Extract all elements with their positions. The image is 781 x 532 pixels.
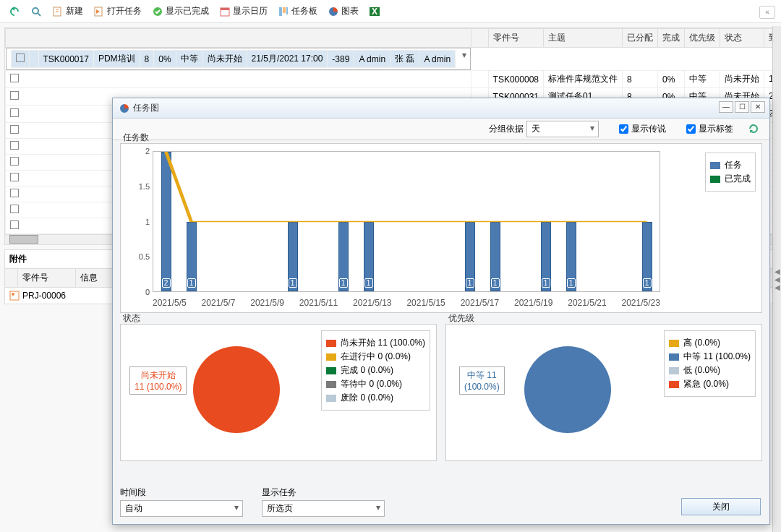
minimize-button[interactable]: — xyxy=(719,101,733,113)
project-icon xyxy=(9,291,20,301)
main-toolbar: 新建 打开任务 显示已完成 显示日历 任务板 图表 X xyxy=(0,0,781,23)
grid-header[interactable] xyxy=(6,29,471,48)
group-by-select[interactable]: 天 xyxy=(526,121,599,137)
legend-item: 尚未开始 11 (100.0%) xyxy=(326,337,425,349)
svg-rect-12 xyxy=(10,291,19,300)
legend-item: 紧急 (0.0%) xyxy=(669,378,751,390)
priority-pie xyxy=(524,346,611,433)
legend-item: 等待中 0 (0.0%) xyxy=(326,378,425,390)
svg-point-13 xyxy=(12,293,14,296)
dialog-bottom-bar: 时间段 自动 显示任务 所选页 xyxy=(120,479,762,517)
grid-header[interactable]: 完成 xyxy=(657,29,684,48)
row-checkbox[interactable] xyxy=(10,91,19,100)
status-title: 状态 xyxy=(123,312,140,325)
open-task-button[interactable]: 打开任务 xyxy=(90,4,145,19)
collapse-button[interactable]: « xyxy=(759,6,775,19)
row-checkbox[interactable] xyxy=(10,173,19,181)
status-callout: 尚未开始11 (100.0%) xyxy=(129,366,187,395)
grid-header[interactable]: 零件号 xyxy=(488,29,543,48)
row-checkbox[interactable] xyxy=(10,74,19,82)
dialog-title-text: 任务图 xyxy=(133,102,159,114)
row-checkbox[interactable] xyxy=(10,189,19,197)
close-button[interactable]: 关闭 xyxy=(681,498,761,515)
row-checkbox[interactable] xyxy=(16,53,25,62)
right-collapsed-strip[interactable]: ◀◀◀ xyxy=(772,26,781,532)
show-label-checkbox[interactable]: 显示标签 xyxy=(686,123,733,135)
close-x-button[interactable]: ✕ xyxy=(751,101,765,113)
svg-line-1 xyxy=(38,13,40,16)
grid-header[interactable]: 已分配 xyxy=(622,29,657,48)
grid-header[interactable]: 主题 xyxy=(543,29,622,48)
maximize-button[interactable]: ☐ xyxy=(735,101,749,113)
row-checkbox[interactable] xyxy=(10,108,19,117)
row-checkbox[interactable] xyxy=(10,205,19,213)
row-checkbox[interactable] xyxy=(10,157,19,166)
show-tasks-field: 显示任务 所选页 xyxy=(262,486,385,517)
undo-icon[interactable] xyxy=(6,4,23,19)
new-button[interactable]: 新建 xyxy=(49,4,86,19)
legend-item: 废除 0 (0.0%) xyxy=(326,392,425,404)
dialog-icon xyxy=(119,103,130,114)
refresh-icon[interactable] xyxy=(748,123,759,134)
period-select[interactable]: 自动 xyxy=(120,500,243,517)
legend-item: 中等 11 (100.0%) xyxy=(669,351,751,363)
dialog-options-bar: 分组依据 天 显示传说 显示标签 xyxy=(113,119,769,140)
svg-text:X: X xyxy=(372,7,377,17)
grid-header[interactable]: 优先级 xyxy=(684,29,720,48)
status-legend: 尚未开始 11 (100.0%)在进行中 0 (0.0%)完成 0 (0.0%)… xyxy=(321,330,430,411)
priority-title: 优先级 xyxy=(448,312,474,325)
grid-header[interactable] xyxy=(471,29,488,48)
svg-rect-6 xyxy=(221,8,229,10)
table-row[interactable]: TSK000017PDM培训80%中等尚未开始21/5月/2021 17:00-… xyxy=(6,48,471,70)
row-checkbox[interactable] xyxy=(10,125,19,134)
show-legend-checkbox[interactable]: 显示传说 xyxy=(619,123,666,135)
chart-button[interactable]: 图表 xyxy=(325,4,362,19)
show-calendar-button[interactable]: 显示日历 xyxy=(216,4,270,19)
svg-rect-8 xyxy=(283,7,286,13)
task-board-button[interactable]: 任务板 xyxy=(275,4,320,19)
attachment-partno: PRJ-00006 xyxy=(22,291,66,301)
svg-rect-7 xyxy=(279,7,282,16)
excel-icon[interactable]: X xyxy=(366,4,383,19)
priority-pie-panel: 中等 11(100.0%) 高 (0.0%)中等 11 (100.0%)低 (0… xyxy=(445,324,762,461)
bar-chart-panel: 00.511.5221111111112021/5/52021/5/72021/… xyxy=(120,143,762,313)
svg-point-0 xyxy=(33,8,38,14)
period-field: 时间段 自动 xyxy=(120,486,243,517)
grid-header[interactable]: 状态 xyxy=(720,29,764,48)
status-pie-panel: 尚未开始11 (100.0%) 尚未开始 11 (100.0%)在进行中 0 (… xyxy=(120,324,437,461)
show-completed-button[interactable]: 显示已完成 xyxy=(149,4,212,19)
legend-item: 低 (0.0%) xyxy=(669,364,751,377)
priority-callout: 中等 11(100.0%) xyxy=(459,366,505,395)
row-checkbox[interactable] xyxy=(10,141,19,150)
legend-item: 高 (0.0%) xyxy=(669,337,751,349)
show-tasks-select[interactable]: 所选页 xyxy=(262,500,385,517)
svg-rect-9 xyxy=(286,7,288,14)
bar-legend: 任务已完成 xyxy=(705,153,756,192)
row-checkbox[interactable] xyxy=(10,220,19,229)
table-row[interactable]: TSK000008标准件库规范文件80%中等尚未开始13/5月/2021 17:… xyxy=(6,71,782,88)
search-icon[interactable] xyxy=(27,4,45,19)
dialog-titlebar[interactable]: 任务图 — ☐ ✕ xyxy=(113,98,769,119)
legend-item: 完成 0 (0.0%) xyxy=(326,364,425,377)
status-pie xyxy=(193,346,280,433)
group-by-field: 分组依据 天 xyxy=(489,121,599,137)
att-col-partno: 零件号 xyxy=(18,269,76,287)
legend-item: 在进行中 0 (0.0%) xyxy=(326,351,425,363)
bar-chart-title: 任务数 xyxy=(123,132,149,144)
priority-legend: 高 (0.0%)中等 11 (100.0%)低 (0.0%)紧急 (0.0%) xyxy=(664,330,756,397)
task-chart-dialog: 任务图 — ☐ ✕ 分组依据 天 显示传说 显示标签 任务数 00.511.52… xyxy=(112,98,770,525)
